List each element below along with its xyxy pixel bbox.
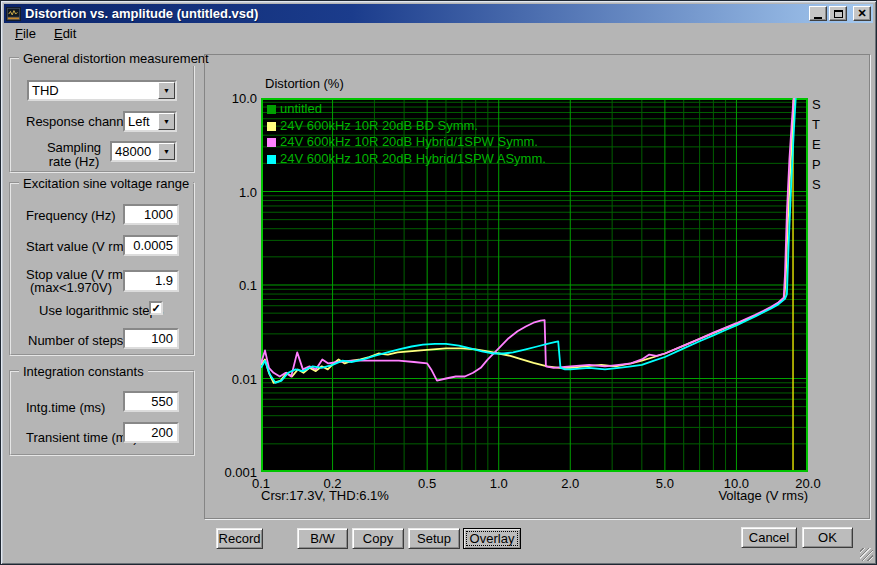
number-of-steps-label: Number of steps bbox=[28, 333, 123, 348]
group-excitation: Excitation sine voltage range Frequency … bbox=[9, 182, 195, 356]
maximize-button[interactable] bbox=[829, 6, 847, 21]
menu-edit[interactable]: Edit bbox=[50, 25, 80, 43]
y-tick-label: 10.0 bbox=[211, 91, 257, 106]
response-channel-value: Left bbox=[125, 113, 158, 130]
legend-swatch-icon bbox=[267, 122, 276, 131]
legend-label: 24V 600kHz 10R 20dB Hybrid/1SPW ASymm. bbox=[280, 151, 546, 166]
maximize-icon bbox=[834, 10, 843, 18]
legend-swatch-icon bbox=[267, 138, 276, 147]
group-general-title: General distortion measurement bbox=[19, 51, 213, 66]
sampling-rate-value: 48000 bbox=[112, 143, 158, 160]
legend-swatch-icon bbox=[267, 155, 276, 164]
window-title: Distortion vs. amplitude (untitled.vsd) bbox=[25, 6, 258, 21]
sampling-rate-combobox[interactable]: 48000 ▼ bbox=[110, 141, 177, 162]
sampling-rate-label-line2: rate (Hz) bbox=[43, 154, 105, 169]
legend-item: untitled bbox=[267, 101, 322, 115]
steps-vertical-label: STEPS bbox=[812, 95, 821, 195]
legend-item: 24V 600kHz 10R 20dB Hybrid/1SPW ASymm. bbox=[267, 151, 546, 165]
menu-bar: File Edit bbox=[5, 25, 872, 43]
legend-label: 24V 600kHz 10R 20dB BD Symm. bbox=[280, 118, 478, 133]
cancel-button[interactable]: Cancel bbox=[741, 527, 797, 548]
start-value-field[interactable]: 0.0005 bbox=[123, 235, 179, 256]
stop-value-max-label: (max<1.970V) bbox=[30, 280, 112, 295]
bw-button[interactable]: B/W bbox=[297, 528, 348, 549]
close-button[interactable]: ✕ bbox=[853, 6, 871, 21]
response-channel-combobox[interactable]: Left ▼ bbox=[123, 111, 177, 132]
app-window: Distortion vs. amplitude (untitled.vsd) … bbox=[0, 0, 877, 565]
copy-button[interactable]: Copy bbox=[352, 528, 404, 549]
resize-grip[interactable] bbox=[860, 548, 873, 561]
response-channel-label: Response channel bbox=[26, 114, 134, 129]
measurement-type-value: THD bbox=[29, 82, 158, 99]
group-excitation-title: Excitation sine voltage range bbox=[19, 176, 193, 191]
legend-label: untitled bbox=[280, 101, 322, 116]
log-steps-checkbox[interactable]: ✓ bbox=[149, 301, 163, 315]
stop-value-field[interactable]: 1.9 bbox=[123, 270, 179, 292]
log-steps-label: Use logarithmic steps bbox=[39, 303, 163, 318]
close-icon: ✕ bbox=[857, 8, 866, 19]
start-value-label: Start value (V rms) bbox=[26, 239, 134, 254]
minimize-icon bbox=[814, 17, 822, 19]
measurement-type-combobox[interactable]: THD ▼ bbox=[27, 80, 177, 101]
steps-letter: E bbox=[812, 135, 821, 155]
y-tick-label: 0.1 bbox=[211, 278, 257, 293]
steps-letter: P bbox=[812, 155, 821, 175]
chart-title: Distortion (%) bbox=[265, 76, 344, 91]
transient-time-field[interactable]: 200 bbox=[123, 422, 179, 443]
number-of-steps-field[interactable]: 100 bbox=[123, 328, 179, 349]
title-bar: Distortion vs. amplitude (untitled.vsd) … bbox=[4, 4, 873, 23]
menu-file[interactable]: File bbox=[11, 25, 40, 43]
overlay-button-label: Overlay bbox=[464, 529, 520, 548]
frequency-field[interactable]: 1000 bbox=[123, 204, 179, 225]
transient-time-label: Transient time (ms) bbox=[26, 430, 137, 445]
legend-swatch-icon bbox=[267, 105, 276, 114]
chevron-down-icon[interactable]: ▼ bbox=[158, 113, 175, 130]
y-tick-label: 0.01 bbox=[211, 372, 257, 387]
intg-time-label: Intg.time (ms) bbox=[26, 400, 105, 415]
minimize-button[interactable] bbox=[809, 6, 827, 21]
steps-letter: S bbox=[812, 175, 821, 195]
intg-time-field[interactable]: 550 bbox=[123, 391, 179, 412]
steps-letter: T bbox=[812, 115, 821, 135]
steps-letter: S bbox=[812, 95, 821, 115]
frequency-label: Frequency (Hz) bbox=[26, 208, 116, 223]
overlay-button[interactable]: Overlay bbox=[463, 528, 521, 549]
sampling-rate-label-line1: Sampling bbox=[43, 140, 105, 155]
legend-item: 24V 600kHz 10R 20dB BD Symm. bbox=[267, 118, 478, 132]
plot-area[interactable]: untitled24V 600kHz 10R 20dB BD Symm.24V … bbox=[261, 98, 808, 472]
group-integration: Integration constants Intg.time (ms) 550… bbox=[9, 370, 195, 456]
legend-label: 24V 600kHz 10R 20dB Hybrid/1SPW Symm. bbox=[280, 134, 538, 149]
y-tick-label: 1.0 bbox=[211, 185, 257, 200]
chevron-down-icon[interactable]: ▼ bbox=[158, 143, 175, 160]
setup-button[interactable]: Setup bbox=[408, 528, 460, 549]
chevron-down-icon[interactable]: ▼ bbox=[158, 82, 175, 99]
ok-button[interactable]: OK bbox=[802, 527, 853, 548]
x-axis-title: Voltage (V rms) bbox=[718, 488, 808, 503]
chart-panel: Distortion (%) untitled24V 600kHz 10R 20… bbox=[204, 54, 870, 519]
cursor-readout: Crsr:17.3V, THD:6.1% bbox=[261, 488, 389, 503]
app-icon bbox=[6, 7, 21, 21]
legend-item: 24V 600kHz 10R 20dB Hybrid/1SPW Symm. bbox=[267, 134, 538, 148]
group-general-measurement: General distortion measurement THD ▼ Res… bbox=[9, 57, 195, 173]
group-integration-title: Integration constants bbox=[19, 364, 148, 379]
record-button[interactable]: Record bbox=[216, 528, 263, 549]
